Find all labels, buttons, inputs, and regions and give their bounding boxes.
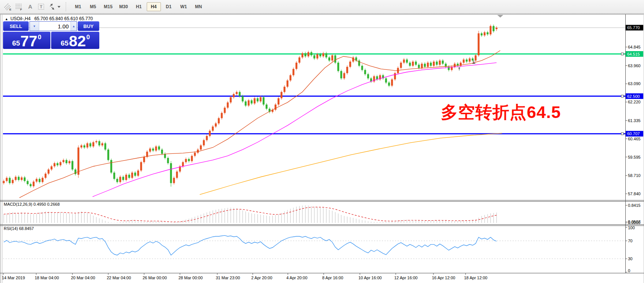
timeframe-group: M1M5M15M30H1H4D1W1MN [71,2,206,11]
one-click-trading-panel: SELL ▼ ▲ BUY 65 77 0 65 82 0 [3,21,99,49]
fibonacci-icon[interactable]: F [13,1,25,12]
macd-layer: 0.84150.05070.0000 [4,203,641,225]
text-icon[interactable]: A [25,1,36,12]
timeframe-button-w1[interactable]: W1 [177,2,191,11]
volume-input[interactable] [39,22,71,31]
timeframe-button-m1[interactable]: M1 [71,2,85,11]
macd-indicator-label: MACD(12,26,9) 0.4950 0.2668 [4,202,60,206]
buy-price-box[interactable]: 65 82 0 [51,32,99,49]
svg-text:E: E [9,8,12,11]
rsi-line [4,236,497,255]
timeframe-button-m15[interactable]: M15 [101,2,115,11]
time-axis[interactable] [0,274,626,283]
rsi-indicator-label: RSI(14) 68.8457 [4,226,34,231]
sell-price-handle: 65 [12,39,20,48]
buy-price-handle: 65 [60,39,68,48]
ma-mid [93,63,497,197]
sell-price-box[interactable]: 65 77 0 [3,32,50,49]
volume-stepper: ▼ ▲ [29,21,77,31]
volume-decrease-button[interactable]: ▼ [30,22,39,31]
terminal-window: †⊥64.84563.96063.09062.22061.33560.46559… [0,0,644,283]
svg-text:†: † [458,66,460,71]
timeframe-button-h4[interactable]: H4 [147,2,161,11]
sell-price-pips: 77 [21,35,38,48]
timeframe-button-m5[interactable]: M5 [86,2,100,11]
buy-price-pips: 82 [69,35,86,48]
rsi-layer: 10070300 [3,226,635,273]
chart-title: ▲USOil-,H465.700 65.840 65.610 65.770 [5,16,93,21]
svg-text:A: A [28,3,32,10]
svg-text:T: T [40,4,43,9]
arrows-icon[interactable] [47,1,62,12]
symbol-name: USOil-,H4 [10,16,31,21]
timeframe-button-h1[interactable]: H1 [132,2,146,11]
equidistant-channel-icon[interactable]: E [2,1,13,12]
chart-text-annotation[interactable]: 多空转折点64.5 [441,101,561,124]
moving-averages-layer [19,50,502,198]
svg-text:F: F [20,8,22,11]
timeframe-button-m30[interactable]: M30 [116,2,131,11]
buy-price-point: 0 [86,34,90,41]
text-label-icon[interactable]: T [36,1,47,12]
chart-shift-marker-icon [497,15,503,18]
dropdown-caret-icon [57,6,60,8]
collapse-icon[interactable]: ▲ [5,17,8,21]
toolbar-separator [66,2,68,11]
svg-text:⊥: ⊥ [472,60,476,64]
buy-button[interactable]: BUY [78,21,99,31]
quote-values: 65.700 65.840 65.610 65.770 [34,16,93,21]
sell-price-point: 0 [38,34,41,41]
macd-signal-line [4,207,497,222]
sell-button[interactable]: SELL [3,21,29,31]
price-axis[interactable] [626,14,644,273]
timeframe-button-d1[interactable]: D1 [162,2,176,11]
ma-fast [19,50,500,198]
toolbar: E F A T [0,0,644,14]
ma-slow [200,133,502,195]
volume-increase-button[interactable]: ▲ [71,22,77,31]
timeframe-button-mn[interactable]: MN [192,2,206,11]
